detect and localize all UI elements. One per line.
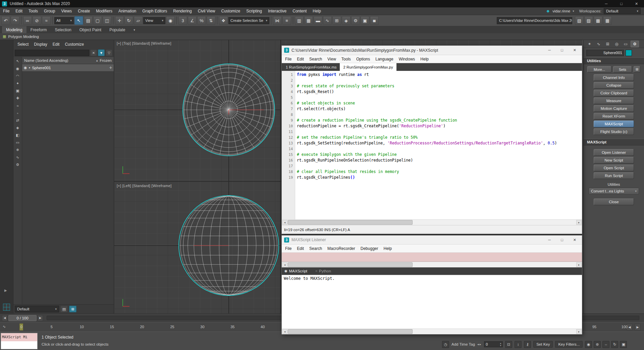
explorer-column-headers[interactable]: Name (Sorted Ascending) ▲ Frozen bbox=[22, 57, 114, 64]
absolute-mode-icon[interactable]: ↕ bbox=[515, 341, 522, 348]
workspace-dropdown[interactable]: Default ▾ bbox=[604, 8, 641, 14]
editor-minimize-button[interactable]: ─ bbox=[548, 48, 551, 52]
ribbon-tab-selection[interactable]: Selection bbox=[51, 26, 75, 33]
editor-tab-1-runsimplygonfrommax-ms[interactable]: 1 RunSimplygonFromMax.ms bbox=[282, 63, 340, 71]
maximize-viewport-icon[interactable]: ▣ bbox=[620, 341, 627, 348]
unlink-selection-icon[interactable]: ⊘ bbox=[33, 16, 41, 25]
top-viewport-label[interactable]: [+] [Top] [Standard] [Wireframe] bbox=[117, 41, 171, 45]
display-preset-dropdown[interactable]: Default ▾ bbox=[15, 306, 59, 312]
object-name-field[interactable]: Sphere001 bbox=[586, 50, 624, 56]
tab-modify[interactable]: ∿ bbox=[594, 41, 603, 47]
utilities-rollout-header[interactable]: Utilities bbox=[584, 57, 644, 64]
menubar-item-views[interactable]: Views bbox=[58, 7, 75, 15]
current-frame-display[interactable]: 0 / 100 bbox=[8, 315, 37, 321]
select-and-link-icon[interactable]: ∞ bbox=[23, 16, 32, 25]
scene-explorer-search-input[interactable] bbox=[15, 50, 89, 56]
menubar-item-modifiers[interactable]: Modifiers bbox=[93, 7, 115, 15]
listener-menu-edit[interactable]: Edit bbox=[294, 246, 307, 251]
tab-motion[interactable]: ◎ bbox=[612, 41, 621, 47]
mirror-icon[interactable]: ⋈ bbox=[273, 16, 282, 25]
listener-menu-debugger[interactable]: Debugger bbox=[358, 246, 381, 251]
menubar-item-content[interactable]: Content bbox=[289, 7, 310, 15]
select-object-icon[interactable]: ↖ bbox=[74, 16, 83, 25]
listener-output-scrollbar[interactable]: ◂ ▸ bbox=[282, 329, 582, 334]
scroll-right-icon[interactable]: ▸ bbox=[576, 220, 582, 225]
scene-object-row[interactable]: ◉ ● Sphere001 ✛ bbox=[22, 64, 114, 71]
time-tag-clock-icon[interactable]: ◷ bbox=[442, 341, 449, 348]
render-production-icon[interactable]: ◙ bbox=[370, 16, 379, 25]
tab-hierarchy[interactable]: ⊞ bbox=[603, 41, 612, 47]
more-utilities-button[interactable]: More... bbox=[587, 66, 611, 73]
editor-menu-search[interactable]: Search bbox=[307, 57, 325, 61]
maxscript-utilities-dropdown[interactable]: Convert t...ea Lights ▾ bbox=[589, 188, 639, 194]
macro-scroll-thumb[interactable] bbox=[288, 262, 413, 267]
explorer-objects-icon[interactable]: ◉ bbox=[14, 65, 21, 72]
editor-horizontal-scrollbar[interactable]: ◂ ▸ bbox=[282, 219, 582, 225]
listener-menu-file[interactable]: File bbox=[282, 246, 294, 251]
python-radio[interactable]: ○ Python bbox=[315, 269, 331, 273]
scene-converter-icon[interactable]: ▨ bbox=[584, 16, 593, 25]
utility-button-flight-studio-c[interactable]: Flight Studio (c) bbox=[594, 128, 634, 135]
bind-to-space-warp-icon[interactable]: ≈ bbox=[42, 16, 51, 25]
explorer-cameras-icon[interactable]: ▣ bbox=[14, 87, 21, 94]
grid-view-icon[interactable]: ⊞ bbox=[69, 306, 76, 312]
menubar-item-group[interactable]: Group bbox=[41, 7, 58, 15]
redo-icon[interactable]: ↷ bbox=[11, 16, 19, 25]
menubar-item-scripting[interactable]: Scripting bbox=[243, 7, 265, 15]
select-and-move-icon[interactable]: ✛ bbox=[115, 16, 124, 25]
explorer-frozen-icon[interactable]: ❄ bbox=[14, 146, 21, 154]
material-editor-icon[interactable]: ◈ bbox=[342, 16, 351, 25]
left-viewport-label[interactable]: [+] [Left] [Standard] [Wireframe] bbox=[117, 184, 172, 188]
scroll-right-icon[interactable]: ▸ bbox=[576, 329, 582, 334]
app-close-button[interactable]: ✕ bbox=[629, 0, 644, 7]
utility-config-icon[interactable]: ⊞ bbox=[634, 66, 640, 73]
app-maximize-button[interactable]: □ bbox=[614, 0, 629, 7]
utility-button-reset-xform[interactable]: Reset XForm bbox=[594, 113, 634, 120]
toggle-scene-explorer-icon[interactable]: ▥ bbox=[295, 16, 304, 25]
orbit-icon[interactable]: ↻ bbox=[611, 341, 618, 348]
named-selection-sets-dropdown[interactable]: Create Selection Se▾ bbox=[228, 17, 269, 24]
viewport-layout-icon[interactable] bbox=[3, 304, 10, 311]
editor-titlebar[interactable]: 3 C:\Users\Vidar Rinne\Documents\3dsMax\… bbox=[282, 46, 582, 55]
set-key-button[interactable]: Set Key bbox=[533, 341, 553, 348]
signed-in-user[interactable]: vidar.rinne bbox=[552, 9, 570, 13]
scroll-right-icon[interactable]: ▸ bbox=[576, 262, 582, 267]
explorer-xrefs-icon[interactable]: ⇄ bbox=[14, 117, 21, 124]
explorer-menu-select[interactable]: Select bbox=[15, 42, 31, 47]
utility-button-color-clipboard[interactable]: Color Clipboard bbox=[594, 90, 634, 96]
top-viewport-sphere[interactable] bbox=[114, 40, 280, 181]
angle-snap-toggle-icon[interactable]: ∠ bbox=[188, 16, 197, 25]
viewport-divider-vertical[interactable] bbox=[280, 40, 281, 313]
listener-close-button[interactable]: ✕ bbox=[573, 238, 576, 242]
scroll-left-icon[interactable]: ◂ bbox=[282, 220, 287, 225]
explorer-containers-icon[interactable]: ◧ bbox=[14, 132, 21, 139]
zoom-all-icon[interactable]: ⊛ bbox=[594, 341, 601, 348]
spinner-snap-toggle-icon[interactable]: ⇅ bbox=[207, 16, 215, 25]
user-chevron-down-icon[interactable]: ▾ bbox=[573, 9, 574, 13]
polygon-modeling-panel[interactable]: ▦ Polygon Modeling bbox=[0, 33, 644, 40]
render-setup-icon[interactable]: ⚙ bbox=[351, 16, 360, 25]
editor-menu-view[interactable]: View bbox=[325, 57, 339, 61]
select-and-rotate-icon[interactable]: ↻ bbox=[124, 16, 133, 25]
select-by-name-icon[interactable]: ▤ bbox=[84, 16, 93, 25]
add-time-tag-label[interactable]: Add Time Tag bbox=[451, 342, 475, 346]
previous-frame-icon[interactable]: ◀ bbox=[2, 315, 7, 321]
explorer-hidden-icon[interactable]: ▭ bbox=[14, 139, 21, 146]
tab-create[interactable]: ✶ bbox=[585, 41, 594, 47]
left-viewport-sphere[interactable] bbox=[114, 181, 280, 313]
utility-button-measure[interactable]: Measure bbox=[594, 97, 634, 104]
mini-curve-editor-icon[interactable]: ∿ bbox=[3, 324, 6, 329]
trackbar-scroll-right-icon[interactable]: ▶ bbox=[635, 324, 641, 331]
search-clear-icon[interactable]: ✕ bbox=[90, 49, 97, 56]
frozen-toggle-icon[interactable]: ✛ bbox=[109, 66, 112, 70]
edit-named-selection-sets-icon[interactable]: ❖ bbox=[219, 16, 228, 25]
key-step-icons[interactable]: ◂▸ bbox=[477, 343, 482, 346]
app-minimize-button[interactable]: ─ bbox=[599, 0, 614, 7]
filter-config-icon[interactable]: ▽ bbox=[106, 49, 112, 56]
maxscript-button-open-script[interactable]: Open Script bbox=[594, 165, 634, 171]
explorer-select-icon[interactable]: ↖ bbox=[14, 58, 21, 65]
editor-menu-help[interactable]: Help bbox=[418, 57, 431, 61]
editor-menu-edit[interactable]: Edit bbox=[294, 57, 307, 61]
close-utility-button[interactable]: Close bbox=[594, 199, 634, 205]
listener-menu-help[interactable]: Help bbox=[381, 246, 394, 251]
